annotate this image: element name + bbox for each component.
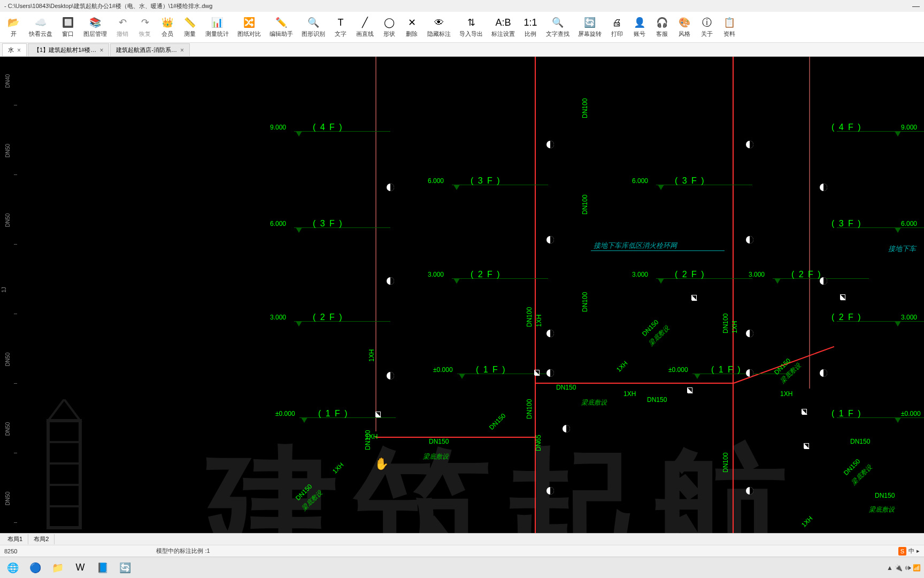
title-bar: - C:\Users\10843\Desktop\建筑起航办公1#楼（电、水、暖… [0, 0, 924, 12]
status-right: S 中 ▸ [898, 547, 920, 556]
tool-screen-rotate[interactable]: 🔄屏幕旋转 [574, 15, 606, 39]
tool-find-text[interactable]: 🔍文字查找 [542, 15, 574, 39]
tool-text[interactable]: T文字 [329, 15, 352, 39]
valve-circle-icon [387, 277, 394, 285]
pipe-label: 1XH [368, 349, 375, 362]
tab-label: 【1】建筑起航村1#楼… [34, 46, 96, 54]
elev-marker-icon [301, 417, 307, 423]
document-tab[interactable]: 【1】建筑起航村1#楼…× [28, 43, 109, 56]
elevation-label: ±0.000 [433, 366, 453, 374]
style-icon: 🎨 [678, 16, 691, 29]
tool-undo[interactable]: ↶撤销 [111, 15, 134, 39]
valve-circle-icon [387, 184, 394, 191]
document-tab[interactable]: 建筑起航酒店-消防系…× [110, 43, 190, 56]
layout-tab[interactable]: 布局1 [2, 534, 28, 544]
tool-vip[interactable]: 👑会员 [156, 15, 179, 39]
minimize-button[interactable]: — [912, 2, 920, 10]
tab-close-icon[interactable]: × [180, 47, 184, 54]
elev-marker-icon [774, 278, 781, 284]
hpipe [375, 437, 536, 438]
pipe-label: 1XH [331, 461, 345, 475]
tool-label: 标注设置 [491, 30, 515, 38]
tool-scale[interactable]: 1:1比例 [519, 15, 542, 39]
left-ruler: DN40DN50DN501JDN50DN50DN50 [0, 57, 17, 533]
tool-annot-set[interactable]: A:B标注设置 [487, 15, 519, 39]
tool-layer[interactable]: 📚图层管理 [79, 15, 111, 39]
tool-data[interactable]: 📋资料 [718, 15, 741, 39]
tool-shape-rec[interactable]: 🔍图形识别 [297, 15, 329, 39]
cloud-icon: ☁️ [34, 16, 47, 29]
taskbar-app-icon[interactable]: 🌐 [3, 559, 22, 576]
taskbar-app-icon[interactable]: W [71, 559, 90, 576]
about-icon: ⓘ [700, 16, 713, 29]
tool-hide-annot[interactable]: 👁隐藏标注 [423, 15, 455, 39]
taskbar-app-icon[interactable]: 🔄 [116, 559, 135, 576]
pipe-label: DN65 [535, 435, 542, 451]
tool-window[interactable]: 🔲窗口 [57, 15, 79, 39]
account-icon: 👤 [633, 16, 646, 29]
tool-compare[interactable]: 🔀图纸对比 [233, 15, 265, 39]
valve-square-icon [802, 409, 807, 414]
taskbar-app-icon[interactable]: 📁 [48, 559, 67, 576]
tab-close-icon[interactable]: × [99, 47, 103, 54]
tool-shape[interactable]: ◯形状 [378, 15, 401, 39]
tool-label: 撤销 [117, 30, 128, 38]
system-tray[interactable]: ▲ 🔌 🕪 📶 [887, 564, 921, 572]
taskbar: 🌐🔵📁W📘🔄▲ 🔌 🕪 📶 [0, 557, 924, 578]
tool-label: 风格 [679, 30, 690, 38]
tool-style[interactable]: 🎨风格 [673, 15, 696, 39]
tool-open[interactable]: 📂开 [2, 15, 25, 39]
screen-rotate-icon: 🔄 [583, 16, 596, 29]
taskbar-app-icon[interactable]: 📘 [93, 559, 112, 576]
ruler-label: 1J [1, 287, 7, 293]
pipe-label: DN150 [850, 438, 870, 445]
layout-tab[interactable]: 布局2 [28, 534, 55, 544]
riser-line [733, 57, 734, 533]
pipe-label: 梁底敷设 [423, 452, 449, 461]
pipe-label: DN100 [722, 453, 729, 473]
tool-print[interactable]: 🖨打印 [606, 15, 628, 39]
elevation-label: 3.000 [632, 271, 648, 278]
elev-marker-icon [296, 131, 302, 136]
tool-cloud[interactable]: ☁️快看云盘 [25, 15, 57, 39]
tool-edit-helper[interactable]: ✏️编辑助手 [265, 15, 297, 39]
tab-close-icon[interactable]: × [17, 47, 21, 54]
ime-badge[interactable]: S [898, 547, 906, 556]
status-bar: 8250 模型中的标注比例 :1 S 中 ▸ [0, 545, 924, 557]
tool-about[interactable]: ⓘ关于 [696, 15, 718, 39]
elevation-label: ±0.000 [668, 366, 688, 374]
tool-delete[interactable]: ✕删除 [401, 15, 423, 39]
hand-cursor-icon: ✋ [374, 457, 389, 471]
floor-label: ( 3 F ) [675, 176, 705, 186]
tool-import-export[interactable]: ⇅导入导出 [455, 15, 487, 39]
riser-line [535, 57, 536, 533]
ime-lang[interactable]: 中 [908, 547, 914, 555]
elevation-label: 9.000 [270, 124, 286, 131]
document-tab[interactable]: 水× [2, 43, 27, 56]
taskbar-app-icon[interactable]: 🔵 [26, 559, 45, 576]
drawing-canvas[interactable]: 建筑起航 DN40DN50DN501JDN50DN50DN50 接地下车库低区消… [0, 57, 924, 533]
tool-account[interactable]: 👤账号 [628, 15, 651, 39]
tool-label: 测量 [184, 30, 196, 38]
floor-label: ( 2 F ) [831, 313, 862, 322]
tool-line[interactable]: ╱画直线 [352, 15, 378, 39]
tool-measure-stat[interactable]: 📊测量统计 [201, 15, 233, 39]
ruler-label: DN50 [5, 422, 11, 436]
svg-marker-5 [48, 399, 80, 421]
tool-redo[interactable]: ↷恢复 [134, 15, 156, 39]
valve-circle-icon [820, 277, 827, 285]
pipe-label: 1XH [615, 360, 629, 374]
window-icon: 🔲 [61, 16, 74, 29]
tool-measure[interactable]: 📏测量 [179, 15, 201, 39]
pipe-label: 1XH [780, 390, 792, 398]
tool-service[interactable]: 🎧客服 [651, 15, 673, 39]
valve-circle-icon [546, 369, 554, 377]
tab-label: 建筑起航酒店-消防系… [116, 46, 177, 54]
layer-icon: 📚 [89, 16, 102, 29]
valve-circle-icon [746, 487, 753, 495]
pipe-label: 梁底敷设 [869, 505, 895, 514]
elev-marker-icon [453, 185, 460, 190]
scale-icon: 1:1 [524, 16, 537, 29]
floor-label: ( 1 F ) [476, 365, 506, 375]
compare-icon: 🔀 [243, 16, 256, 29]
